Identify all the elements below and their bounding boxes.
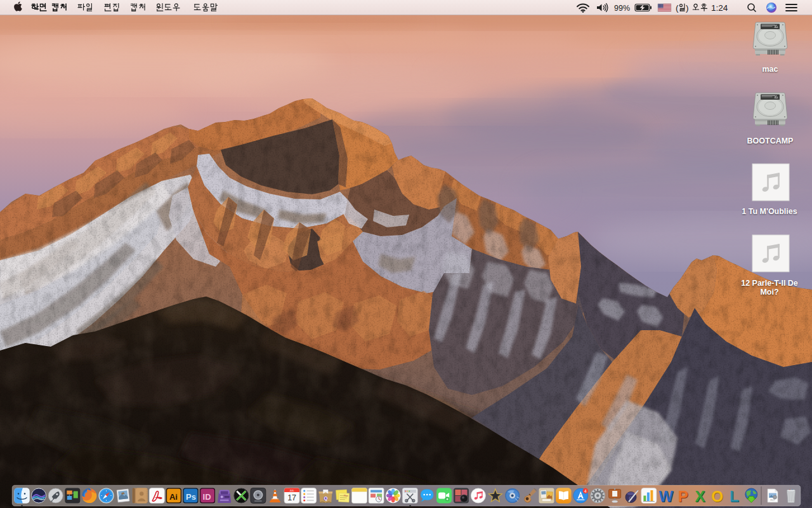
svg-text:O: O bbox=[711, 488, 723, 505]
svg-text:Plan: Plan bbox=[344, 495, 348, 497]
svg-text:1 Tu M'Oublies: 1 Tu M'Oublies bbox=[742, 207, 797, 216]
svg-text:Q: Q bbox=[324, 495, 327, 501]
svg-text:Ai: Ai bbox=[169, 492, 178, 502]
svg-text:BOOTCAMP: BOOTCAMP bbox=[747, 137, 794, 145]
svg-text:Moi?: Moi? bbox=[760, 288, 778, 297]
svg-text:PICT: PICT bbox=[771, 499, 775, 502]
svg-text:4: 4 bbox=[584, 489, 587, 493]
svg-text:X: X bbox=[695, 488, 705, 505]
svg-text:W: W bbox=[658, 488, 673, 505]
svg-text:ID: ID bbox=[203, 492, 211, 502]
svg-text:12 Parle-T-Il De: 12 Parle-T-Il De bbox=[741, 279, 798, 288]
svg-text:P: P bbox=[678, 488, 688, 505]
svg-text:JUL: JUL bbox=[290, 489, 295, 492]
svg-text:L: L bbox=[730, 488, 739, 505]
svg-text:17: 17 bbox=[287, 493, 296, 502]
svg-text:mac: mac bbox=[762, 65, 778, 74]
svg-text:Ps: Ps bbox=[186, 492, 196, 502]
